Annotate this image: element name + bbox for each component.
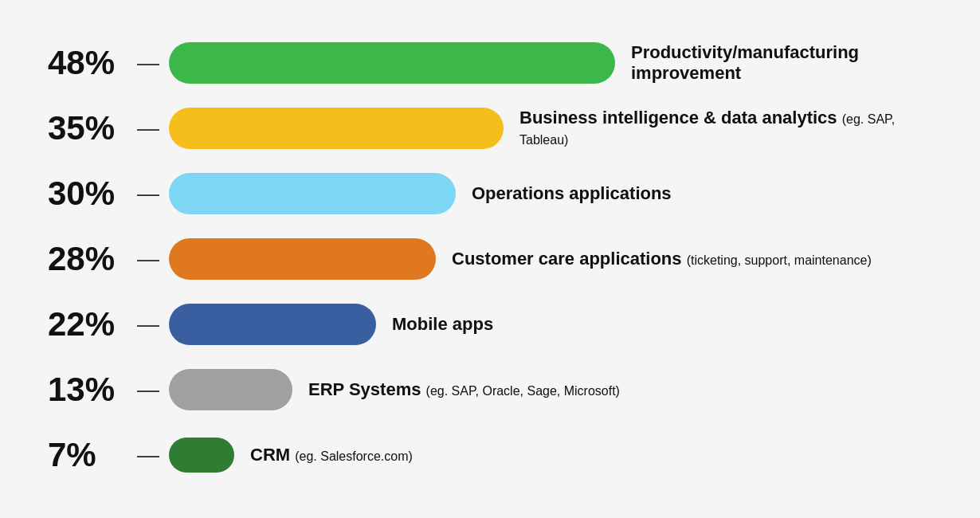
chart-row-business-intelligence: 35%—Business intelligence & data analyti… xyxy=(48,100,932,157)
bar-crm xyxy=(169,438,234,473)
label-area-productivity: Productivity/manufacturingimprovement xyxy=(631,42,932,84)
label-main-operations: Operations applications xyxy=(472,183,932,204)
percent-mobile-apps: 22% xyxy=(48,305,127,343)
label-main-business-intelligence: Business intelligence & data analytics (… xyxy=(519,108,932,150)
label-sub-erp: (eg. SAP, Oracle, Sage, Microsoft) xyxy=(426,384,620,398)
bar-mobile-apps xyxy=(169,304,376,345)
percent-operations: 30% xyxy=(48,175,127,213)
label-area-operations: Operations applications xyxy=(472,183,932,204)
percent-business-intelligence: 35% xyxy=(48,109,127,147)
percent-erp: 13% xyxy=(48,371,127,409)
bar-erp xyxy=(169,369,292,410)
dash-crm: — xyxy=(137,442,159,468)
label-sub-customer-care: (ticketing, support, maintenance) xyxy=(687,253,872,267)
bar-customer-care xyxy=(169,238,436,280)
chart-row-erp: 13%—ERP Systems (eg. SAP, Oracle, Sage, … xyxy=(48,361,932,418)
bar-wrapper-mobile-apps xyxy=(169,304,376,345)
bar-business-intelligence xyxy=(169,108,504,149)
bar-productivity xyxy=(169,42,615,84)
dash-productivity: — xyxy=(137,50,159,76)
label-area-business-intelligence: Business intelligence & data analytics (… xyxy=(519,108,932,150)
percent-productivity: 48% xyxy=(48,44,127,82)
label-main-crm: CRM (eg. Salesforce.com) xyxy=(250,445,932,465)
bar-wrapper-crm xyxy=(169,438,234,473)
bar-wrapper-business-intelligence xyxy=(169,108,504,149)
label-main-customer-care: Customer care applications (ticketing, s… xyxy=(452,249,932,269)
chart-row-productivity: 48%—Productivity/manufacturingimprovemen… xyxy=(48,34,932,92)
dash-operations: — xyxy=(137,181,159,206)
dash-business-intelligence: — xyxy=(137,116,159,141)
dash-erp: — xyxy=(137,377,159,402)
bar-wrapper-operations xyxy=(169,173,456,214)
label-main-mobile-apps: Mobile apps xyxy=(392,314,932,335)
percent-crm: 7% xyxy=(48,436,127,474)
percent-customer-care: 28% xyxy=(48,240,127,278)
label-main-erp: ERP Systems (eg. SAP, Oracle, Sage, Micr… xyxy=(308,379,932,400)
bar-operations xyxy=(169,173,456,214)
bar-wrapper-erp xyxy=(169,369,292,410)
chart-container: 48%—Productivity/manufacturingimprovemen… xyxy=(48,34,932,484)
label-area-mobile-apps: Mobile apps xyxy=(392,314,932,335)
bar-wrapper-productivity xyxy=(169,42,615,84)
chart-row-crm: 7%—CRM (eg. Salesforce.com) xyxy=(48,426,932,484)
label-area-erp: ERP Systems (eg. SAP, Oracle, Sage, Micr… xyxy=(308,379,932,400)
label-area-customer-care: Customer care applications (ticketing, s… xyxy=(452,249,932,269)
label-sub-crm: (eg. Salesforce.com) xyxy=(295,449,413,463)
chart-row-mobile-apps: 22%—Mobile apps xyxy=(48,296,932,353)
bar-wrapper-customer-care xyxy=(169,238,436,280)
chart-row-customer-care: 28%—Customer care applications (ticketin… xyxy=(48,230,932,288)
dash-customer-care: — xyxy=(137,246,159,272)
label-area-crm: CRM (eg. Salesforce.com) xyxy=(250,445,932,465)
chart-row-operations: 30%—Operations applications xyxy=(48,165,932,222)
dash-mobile-apps: — xyxy=(137,312,159,337)
label-sub-business-intelligence: (eg. SAP, Tableau) xyxy=(519,112,895,147)
label-main-productivity: Productivity/manufacturingimprovement xyxy=(631,42,932,84)
